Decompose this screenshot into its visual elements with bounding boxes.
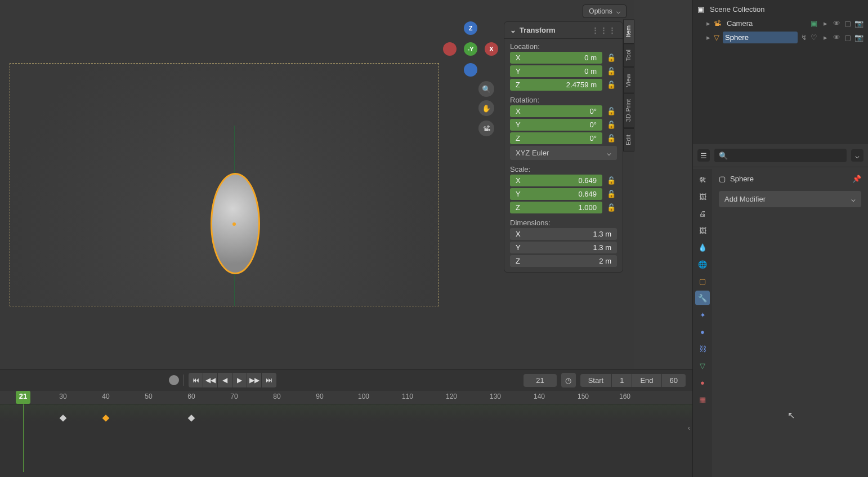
- keyframe-icon[interactable]: [102, 414, 110, 422]
- 3d-viewport[interactable]: Options ⌵ Z -Y X 🔍 ✋ 📽 ⌄ Transform ⋮⋮⋮ L…: [0, 0, 634, 369]
- rotation-x-field[interactable]: X0°: [510, 105, 602, 117]
- frame-range: Start 1 End 60: [580, 374, 686, 387]
- tab-material-icon[interactable]: ●: [695, 375, 710, 390]
- lock-icon[interactable]: 🔓: [606, 119, 617, 131]
- timeline-ruler[interactable]: 21 30 40 50 60 70 80 90 100 110 120 130 …: [0, 391, 692, 404]
- tab-object-icon[interactable]: ▢: [695, 274, 710, 288]
- options-menu[interactable]: ⌵: [851, 149, 863, 162]
- tab-item[interactable]: Item: [623, 19, 634, 43]
- play-reverse-button[interactable]: ◀: [218, 373, 232, 387]
- dim-z-field[interactable]: Z2 m: [510, 255, 617, 267]
- navigation-gizmo[interactable]: Z -Y X: [443, 21, 498, 77]
- location-x-field[interactable]: X0 m: [510, 52, 602, 64]
- tick: 40: [102, 393, 109, 400]
- next-keyframe-button[interactable]: ▶▶: [247, 373, 262, 387]
- prev-keyframe-button[interactable]: ◀◀: [203, 373, 218, 387]
- eye-icon[interactable]: 👁: [832, 33, 841, 42]
- tab-edit[interactable]: Edit: [623, 128, 634, 151]
- options-dropdown[interactable]: Options ⌵: [583, 5, 627, 18]
- camera-view-button[interactable]: 📽: [478, 121, 494, 136]
- dim-y-field[interactable]: Y1.3 m: [510, 242, 617, 253]
- scale-y-field[interactable]: Y0.649: [510, 188, 602, 200]
- lock-icon[interactable]: 🔓: [606, 66, 617, 77]
- tab-scene-icon[interactable]: 💧: [695, 240, 710, 255]
- drag-grip-icon[interactable]: ⋮⋮⋮: [592, 26, 617, 34]
- tab-view[interactable]: View: [623, 68, 634, 93]
- properties-search[interactable]: 🔍: [714, 149, 847, 162]
- lock-icon[interactable]: 🔓: [606, 175, 617, 186]
- lock-icon[interactable]: 🔓: [606, 189, 617, 200]
- mesh-data-icon[interactable]: ♡: [811, 33, 817, 42]
- viewport-icon[interactable]: ▢: [843, 19, 852, 28]
- tab-viewlayer-icon[interactable]: 🖼: [695, 223, 710, 238]
- jump-start-button[interactable]: ⏮: [189, 373, 203, 387]
- select-icon[interactable]: ▸: [821, 19, 830, 28]
- tab-tool[interactable]: Tool: [623, 43, 634, 67]
- scale-label: Scale:: [504, 162, 623, 175]
- dim-x-field[interactable]: X1.3 m: [510, 228, 617, 240]
- render-icon[interactable]: 📷: [854, 33, 863, 42]
- rotation-z-field[interactable]: Z0°: [510, 132, 602, 144]
- use-preview-range-button[interactable]: ◷: [561, 373, 576, 387]
- keyframe-icon[interactable]: [188, 414, 195, 422]
- transform-title: Transform: [520, 26, 556, 34]
- timeline-panel[interactable]: ⏮ ◀◀ ◀ ▶ ▶▶ ⏭ 21 ◷ Start 1 End 60 ‹ 21 3…: [0, 369, 692, 477]
- lock-icon[interactable]: 🔓: [606, 133, 617, 144]
- tick: 130: [490, 393, 501, 400]
- gizmo-x-icon[interactable]: X: [485, 42, 498, 56]
- tab-texture-icon[interactable]: ▦: [695, 392, 710, 407]
- gizmo-z-icon[interactable]: Z: [464, 21, 477, 35]
- transform-header[interactable]: ⌄ Transform ⋮⋮⋮: [504, 22, 623, 39]
- jump-end-button[interactable]: ⏭: [262, 373, 276, 387]
- lock-icon[interactable]: 🔓: [606, 106, 617, 117]
- animation-data-icon[interactable]: ↯: [801, 33, 807, 42]
- tab-modifier-icon[interactable]: 🔧: [695, 291, 710, 305]
- keyframe-icon[interactable]: [60, 414, 67, 422]
- tab-constraints-icon[interactable]: ⛓: [695, 341, 710, 356]
- viewport-icon[interactable]: ▢: [843, 33, 852, 42]
- gizmo-y-icon[interactable]: -Y: [464, 42, 477, 56]
- pin-icon[interactable]: 📌: [852, 175, 861, 183]
- tab-output-icon[interactable]: 🖨: [695, 206, 710, 221]
- keyframe-track[interactable]: [0, 404, 692, 472]
- chevron-right-icon[interactable]: ▸: [706, 19, 710, 28]
- chevron-right-icon[interactable]: ▸: [706, 33, 710, 42]
- rotation-y-field[interactable]: Y0°: [510, 119, 602, 131]
- playhead[interactable]: 21: [16, 391, 30, 404]
- scale-z-field[interactable]: Z1.000: [510, 202, 602, 213]
- render-icon[interactable]: 📷: [854, 19, 863, 28]
- tab-physics-icon[interactable]: ●: [695, 324, 710, 339]
- play-button[interactable]: ▶: [232, 373, 247, 387]
- outliner-camera-row[interactable]: ▸ 📽 Camera ▣ ▸ 👁 ▢ 📷: [693, 16, 868, 30]
- outliner-sphere-row[interactable]: ▸ ▽ Sphere ↯ ♡ ▸ 👁 ▢ 📷: [693, 30, 868, 44]
- pan-button[interactable]: ✋: [478, 100, 494, 116]
- end-frame-field[interactable]: 60: [662, 374, 686, 387]
- tab-tool-icon[interactable]: 🛠: [695, 172, 710, 187]
- tab-3dprint[interactable]: 3D-Print: [623, 93, 634, 128]
- outliner-panel[interactable]: ▣ Scene Collection ▸ 📽 Camera ▣ ▸ 👁 ▢ 📷 …: [692, 0, 868, 144]
- lock-icon[interactable]: 🔓: [606, 79, 617, 91]
- start-frame-field[interactable]: 1: [612, 374, 632, 387]
- location-y-field[interactable]: Y0 m: [510, 65, 602, 77]
- lock-icon[interactable]: 🔓: [606, 52, 617, 64]
- select-icon[interactable]: ▸: [821, 33, 830, 42]
- eye-icon[interactable]: 👁: [832, 19, 841, 28]
- outliner-collection-row[interactable]: ▣ Scene Collection: [693, 2, 868, 16]
- gizmo-neg-z-icon[interactable]: [464, 63, 477, 77]
- location-z-field[interactable]: Z2.4759 m: [510, 79, 602, 91]
- add-modifier-dropdown[interactable]: Add Modifier ⌵: [719, 191, 861, 207]
- gizmo-neg-x-icon[interactable]: [443, 42, 457, 56]
- tab-render-icon[interactable]: 🖼: [695, 189, 710, 204]
- location-label: Location:: [504, 39, 623, 52]
- tab-world-icon[interactable]: 🌐: [695, 257, 710, 271]
- lock-icon[interactable]: 🔓: [606, 202, 617, 213]
- rotation-mode-dropdown[interactable]: XYZ Euler⌵: [510, 146, 617, 160]
- zoom-button[interactable]: 🔍: [478, 81, 494, 97]
- tab-data-icon[interactable]: ▽: [695, 358, 710, 373]
- current-frame-field[interactable]: 21: [524, 374, 556, 387]
- auto-keying-button[interactable]: [169, 375, 179, 385]
- scale-x-field[interactable]: X0.649: [510, 175, 602, 186]
- camera-data-icon[interactable]: ▣: [811, 19, 817, 28]
- tab-particles-icon[interactable]: ✦: [695, 307, 710, 322]
- display-mode-dropdown[interactable]: ☰: [697, 149, 710, 162]
